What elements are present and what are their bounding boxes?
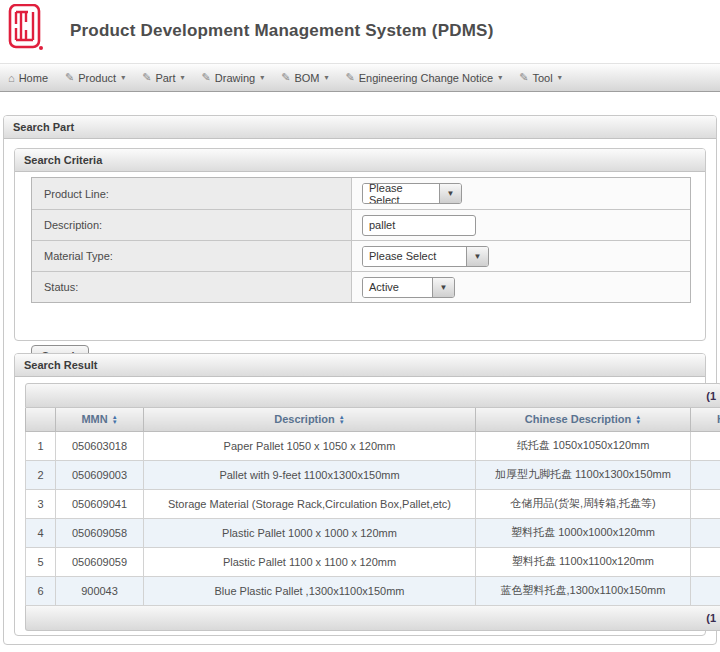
row-number-cell[interactable]: 4: [26, 518, 56, 547]
description-label: Description:: [32, 210, 352, 240]
nav-label: Tool: [532, 72, 552, 84]
chevron-down-icon: ▾: [260, 73, 264, 82]
status-select[interactable]: Active ▼: [362, 277, 455, 298]
status-dropdown-button[interactable]: ▼: [432, 278, 454, 297]
mmn-cell[interactable]: 050609041: [56, 489, 144, 518]
chinese-description-cell[interactable]: 加厚型九脚托盘 1100x1300x150mm: [476, 460, 691, 489]
table-row[interactable]: 1 050603018 Paper Pallet 1050 x 1050 x 1…: [26, 431, 720, 460]
chevron-down-icon: ▾: [324, 73, 328, 82]
pencil-icon: ✎: [65, 71, 74, 84]
product-line-label: Product Line:: [32, 178, 352, 209]
page: { "header": { "title": "Product Developm…: [0, 0, 720, 652]
description-cell[interactable]: Plastic Pallet 1000 x 1000 x 120mm: [144, 518, 476, 547]
nav-label: BOM: [294, 72, 319, 84]
material-type-select[interactable]: Please Select ▼: [362, 246, 489, 267]
chevron-down-icon: ▼: [447, 189, 455, 198]
chinese-description-cell[interactable]: 塑料托盘 1100x1100x120mm: [476, 547, 691, 576]
row-number-cell[interactable]: 3: [26, 489, 56, 518]
material-type-label: Material Type:: [32, 241, 352, 271]
nav-item-home[interactable]: ⌂ Home: [8, 72, 48, 84]
form-row-material-type: Material Type: Please Select ▼: [32, 240, 690, 271]
mmn-cell[interactable]: 050603018: [56, 431, 144, 460]
table-row[interactable]: 3 050609041 Storage Material (Storage Ra…: [26, 489, 720, 518]
chinese-description-cell[interactable]: 蓝色塑料托盘,1300x1100x150mm: [476, 576, 691, 605]
mmn-cell[interactable]: 050609059: [56, 547, 144, 576]
mmn-cell[interactable]: 050609003: [56, 460, 144, 489]
description-input[interactable]: [362, 215, 476, 236]
form-row-status: Status: Active ▼: [32, 271, 690, 302]
search-result-header: Search Result: [15, 354, 705, 377]
clipped-cell[interactable]: [691, 518, 720, 547]
product-line-select[interactable]: Please Select ▼: [362, 183, 462, 204]
page-title: Product Development Management System (P…: [70, 21, 494, 41]
chinese-description-column-header[interactable]: Chinese Description▲▼: [476, 408, 691, 431]
material-type-cell: Please Select ▼: [352, 241, 690, 271]
pencil-icon: ✎: [345, 71, 354, 84]
table-header-row: MMN▲▼ Description▲▼ Chinese Description▲…: [26, 408, 720, 431]
mmn-cell[interactable]: 050609058: [56, 518, 144, 547]
product-line-dropdown-button[interactable]: ▼: [439, 184, 461, 203]
status-label: Status:: [32, 272, 352, 302]
criteria-form: Product Line: Please Select ▼ Descriptio…: [31, 177, 691, 303]
chinese-description-cell[interactable]: 塑料托盘 1000x1000x120mm: [476, 518, 691, 547]
nav-item-engineering-change-notice[interactable]: ✎ Engineering Change Notice ▾: [345, 71, 502, 84]
search-criteria-panel: Search Criteria Product Line: Please Sel…: [14, 148, 706, 341]
result-grid: (1 MMN▲▼ Description▲▼ Chinese Descripti…: [25, 383, 720, 631]
status-value[interactable]: Active: [363, 278, 432, 297]
description-cell[interactable]: Pallet with 9-feet 1100x1300x150mm: [144, 460, 476, 489]
chevron-down-icon: ▾: [558, 73, 562, 82]
table-row[interactable]: 6 900043 Blue Plastic Pallet ,1300x1100x…: [26, 576, 720, 605]
form-row-product-line: Product Line: Please Select ▼: [32, 178, 690, 209]
chinese-description-cell[interactable]: 仓储用品(货架,周转箱,托盘等): [476, 489, 691, 518]
nav-item-product[interactable]: ✎ Product ▾: [65, 71, 125, 84]
result-table: MMN▲▼ Description▲▼ Chinese Description▲…: [25, 408, 720, 606]
home-icon: ⌂: [8, 72, 15, 84]
nav-item-bom[interactable]: ✎ BOM ▾: [281, 71, 328, 84]
table-row[interactable]: 2 050609003 Pallet with 9-feet 1100x1300…: [26, 460, 720, 489]
search-result-panel: Search Result (1 MMN▲▼ Description▲▼ Chi…: [14, 353, 706, 636]
row-number-cell[interactable]: 6: [26, 576, 56, 605]
clipped-cell[interactable]: [691, 576, 720, 605]
chevron-down-icon: ▼: [440, 283, 448, 292]
table-row[interactable]: 5 050609059 Plastic Pallet 1100 x 1100 x…: [26, 547, 720, 576]
form-row-description: Description:: [32, 209, 690, 240]
product-line-cell: Please Select ▼: [352, 178, 690, 209]
nav-item-part[interactable]: ✎ Part ▾: [142, 71, 184, 84]
clipped-cell[interactable]: [691, 460, 720, 489]
clipped-cell[interactable]: [691, 489, 720, 518]
material-type-value[interactable]: Please Select: [363, 247, 466, 266]
description-column-header[interactable]: Description▲▼: [144, 408, 476, 431]
sort-icon: ▲▼: [339, 415, 345, 425]
mmn-cell[interactable]: 900043: [56, 576, 144, 605]
description-cell[interactable]: Blue Plastic Pallet ,1300x1100x150mm: [144, 576, 476, 605]
description-cell[interactable]: Storage Material (Storage Rack,Circulati…: [144, 489, 476, 518]
chevron-down-icon: ▾: [498, 73, 502, 82]
row-number-cell[interactable]: 2: [26, 460, 56, 489]
description-cell: [352, 210, 690, 240]
clipped-cell[interactable]: [691, 431, 720, 460]
chinese-description-cell[interactable]: 纸托盘 1050x1050x120mm: [476, 431, 691, 460]
pager-bottom: (1: [25, 606, 720, 631]
chevron-down-icon: ▾: [121, 73, 125, 82]
product-line-value[interactable]: Please Select: [363, 184, 439, 203]
chevron-down-icon: ▾: [181, 73, 185, 82]
row-number-cell[interactable]: 1: [26, 431, 56, 460]
pager-top-text: (1: [706, 390, 716, 402]
chevron-down-icon: ▼: [474, 252, 482, 261]
nav-item-drawing[interactable]: ✎ Drawing ▾: [202, 71, 265, 84]
search-criteria-header: Search Criteria: [15, 149, 705, 172]
row-number-cell[interactable]: 5: [26, 547, 56, 576]
material-type-dropdown-button[interactable]: ▼: [466, 247, 488, 266]
nav-item-tool[interactable]: ✎ Tool ▾: [519, 71, 561, 84]
search-part-panel-header: Search Part: [4, 116, 716, 139]
table-row[interactable]: 4 050609058 Plastic Pallet 1000 x 1000 x…: [26, 518, 720, 547]
sort-icon: ▲▼: [112, 415, 118, 425]
clipped-cell[interactable]: [691, 547, 720, 576]
mmn-column-header[interactable]: MMN▲▼: [56, 408, 144, 431]
nav-label: Home: [19, 72, 48, 84]
clipped-column-header[interactable]: H: [691, 408, 720, 431]
nav-label: Part: [155, 72, 175, 84]
pencil-icon: ✎: [281, 71, 290, 84]
description-cell[interactable]: Plastic Pallet 1100 x 1100 x 120mm: [144, 547, 476, 576]
description-cell[interactable]: Paper Pallet 1050 x 1050 x 120mm: [144, 431, 476, 460]
